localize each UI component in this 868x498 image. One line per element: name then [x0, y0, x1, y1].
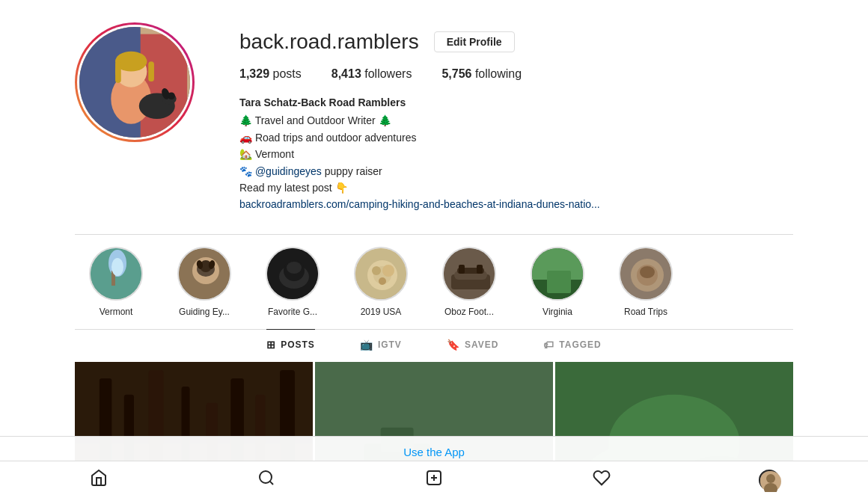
bio-line1: 🌲 Travel and Outdoor Writer 🌲 — [239, 112, 793, 129]
highlight-vermont-image — [91, 248, 141, 299]
posts-tab-label: POSTS — [281, 339, 315, 350]
guiding-eyes-link[interactable]: @guidingeyes — [255, 165, 322, 177]
avatar-ring — [75, 22, 195, 142]
highlight-2019usa[interactable]: 2019 USA — [347, 247, 415, 317]
svg-point-29 — [372, 266, 381, 275]
profile-header: back.road.ramblers Edit Profile 1,329 po… — [75, 22, 793, 213]
posts-tab-icon: ⊞ — [266, 339, 276, 351]
nav-avatar-image — [760, 471, 781, 492]
following-label: following — [475, 67, 522, 80]
svg-rect-37 — [477, 265, 483, 274]
svg-rect-7 — [148, 61, 154, 82]
avatar-inner — [77, 25, 192, 140]
posts-label: posts — [273, 67, 302, 80]
saved-tab-icon: 🔖 — [447, 339, 460, 351]
tab-igtv[interactable]: 📺 IGTV — [360, 329, 402, 360]
following-stat: 5,756 following — [441, 67, 522, 81]
highlight-oboz[interactable]: Oboz Foot... — [435, 247, 503, 317]
profile-info: back.road.ramblers Edit Profile 1,329 po… — [239, 22, 793, 213]
svg-point-74 — [766, 474, 775, 483]
highlight-roadtrips-image — [620, 248, 671, 299]
highlight-vermont[interactable]: Vermont — [82, 247, 150, 317]
svg-rect-36 — [459, 265, 465, 274]
avatar-image — [79, 27, 190, 138]
nav-profile-button[interactable] — [753, 464, 786, 497]
followers-label: followers — [364, 67, 412, 80]
highlight-guiding-label: Guiding Ey... — [171, 307, 238, 317]
posts-stat: 1,329 posts — [239, 67, 302, 81]
virginia-svg — [532, 248, 584, 301]
svg-point-31 — [379, 277, 386, 285]
tagged-tab-label: TAGGED — [559, 339, 601, 350]
svg-rect-41 — [547, 271, 571, 293]
nav-avatar — [759, 470, 780, 491]
home-icon — [90, 469, 108, 491]
use-app-text: Use the App — [403, 446, 465, 458]
highlight-2019usa-image — [355, 248, 406, 299]
highlight-oboz-circle — [442, 247, 496, 301]
highlight-favorite[interactable]: Favorite G... — [259, 247, 326, 317]
bottom-nav — [0, 461, 868, 498]
highlight-roadtrips-label: Road Trips — [612, 307, 679, 317]
guiding-svg — [179, 248, 231, 301]
highlight-virginia-circle — [531, 247, 584, 301]
highlight-2019usa-circle — [354, 247, 408, 301]
heart-icon — [593, 469, 611, 491]
add-icon — [425, 469, 443, 491]
search-icon — [257, 469, 275, 491]
highlight-virginia-image — [532, 248, 583, 299]
tab-tagged[interactable]: 🏷 TAGGED — [543, 329, 601, 360]
bio-line2: 🚗 Road trips and outdoor adventures — [239, 129, 793, 146]
tab-saved[interactable]: 🔖 SAVED — [447, 329, 498, 360]
highlight-oboz-image — [444, 248, 495, 299]
usa-svg — [355, 248, 408, 301]
highlight-2019usa-label: 2019 USA — [347, 307, 415, 317]
highlight-virginia-label: Virginia — [524, 307, 591, 317]
followers-stat: 8,413 followers — [331, 67, 412, 81]
highlight-guiding-circle — [177, 247, 231, 301]
highlight-vermont-circle — [89, 247, 143, 301]
avatar — [79, 27, 190, 138]
highlight-favorite-image — [267, 248, 318, 299]
highlight-favorite-label: Favorite G... — [259, 307, 326, 317]
favorite-svg — [267, 248, 320, 301]
igtv-tab-icon: 📺 — [360, 339, 373, 351]
bio-name: Tara Schatz-Back Road Ramblers — [239, 94, 793, 111]
posts-count: 1,329 — [239, 67, 269, 80]
bio-line4: 🐾 @guidingeyes puppy raiser — [239, 163, 793, 179]
tab-posts[interactable]: ⊞ POSTS — [266, 329, 315, 360]
nav-home-button[interactable] — [82, 464, 115, 497]
svg-rect-6 — [115, 61, 121, 83]
highlight-oboz-label: Oboz Foot... — [435, 307, 503, 317]
vermont-svg — [91, 248, 143, 301]
followers-count: 8,413 — [331, 67, 361, 80]
bio-line5: Read my latest post 👇 — [239, 179, 793, 196]
nav-activity-button[interactable] — [585, 464, 618, 497]
roadtrips-svg — [620, 248, 673, 301]
highlight-favorite-circle — [266, 247, 320, 301]
highlight-guiding[interactable]: Guiding Ey... — [171, 247, 238, 317]
saved-tab-label: SAVED — [465, 339, 498, 350]
bio-line4-prefix: 🐾 — [239, 165, 255, 177]
svg-point-15 — [111, 258, 123, 276]
highlight-roadtrips-circle — [619, 247, 673, 301]
nav-add-button[interactable] — [418, 464, 450, 497]
edit-profile-button[interactable]: Edit Profile — [434, 31, 515, 52]
tagged-tab-icon: 🏷 — [543, 339, 554, 351]
bio-website-link[interactable]: backroadramblers.com/camping-hiking-and-… — [239, 198, 600, 210]
highlight-vermont-label: Vermont — [82, 307, 150, 317]
highlight-guiding-image — [179, 248, 230, 299]
svg-point-30 — [382, 265, 394, 277]
nav-search-button[interactable] — [250, 464, 283, 497]
username: back.road.ramblers — [239, 30, 419, 54]
igtv-tab-label: IGTV — [378, 339, 402, 350]
highlight-roadtrips[interactable]: Road Trips — [612, 247, 679, 317]
bio-line4-suffix: puppy raiser — [322, 165, 382, 177]
svg-point-25 — [287, 262, 302, 274]
highlights-section: Vermont Guiding Ey... — [75, 234, 793, 329]
highlight-virginia[interactable]: Virginia — [524, 247, 591, 317]
svg-line-69 — [270, 481, 273, 484]
username-row: back.road.ramblers Edit Profile — [239, 30, 793, 54]
oboz-svg — [444, 248, 496, 301]
following-count: 5,756 — [441, 67, 471, 80]
